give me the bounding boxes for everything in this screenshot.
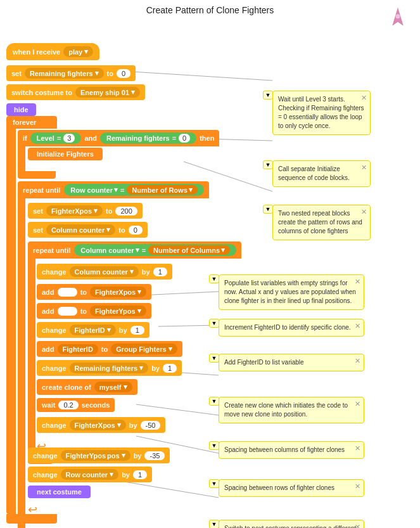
change-ypos-block[interactable]: change FighterYpos pos ▾ by -35 xyxy=(28,448,170,463)
row-counter-dropdown[interactable]: Row counter ▾ xyxy=(70,186,118,194)
close-btn-6[interactable]: ✕ xyxy=(355,356,360,366)
ypos-dd[interactable]: FighterYpos pos ▾ xyxy=(61,450,130,461)
val-0-input[interactable]: 0 xyxy=(117,69,130,78)
forever-bracket xyxy=(6,127,16,514)
val-1-input2[interactable]: 1 xyxy=(130,326,144,335)
collapse-indicator-8[interactable]: ▼ xyxy=(209,441,219,450)
val-neg35-input[interactable]: -35 xyxy=(144,451,165,460)
val-0-input2[interactable]: 0 xyxy=(179,134,190,143)
add-ypos-block[interactable]: add to FighterYpos ▾ xyxy=(37,303,151,319)
if-block[interactable]: if Level = 3 and Remaining fighters = 0 … xyxy=(18,130,219,146)
collapse-indicator-7[interactable]: ▼ xyxy=(209,397,219,406)
val-neg50-input[interactable]: -50 xyxy=(141,421,161,430)
switch-costume-block[interactable]: switch costume to Enemy ship 01 ▾ xyxy=(6,84,145,100)
wait-val-input[interactable]: 0.2 xyxy=(58,401,78,409)
val-200-input[interactable]: 200 xyxy=(115,207,137,216)
comment-box-2: ✕ Call separate Initialize sequence of c… xyxy=(272,160,371,187)
col-counter-dd[interactable]: Column counter ▾ xyxy=(70,266,139,277)
add-fighterId-block[interactable]: add FighterID to Group Fighters ▾ xyxy=(37,341,182,357)
comment-box-1: ✕ Wait until Level 3 starts. Checking if… xyxy=(272,91,371,135)
close-btn-2[interactable]: ✕ xyxy=(361,163,367,172)
collapse-indicator-2[interactable]: ▼ xyxy=(263,160,273,169)
comment-box-5: ✕ Increment FighterID to identify specif… xyxy=(219,319,364,337)
repeat-cols-bracket xyxy=(28,255,35,458)
close-btn-8[interactable]: ✕ xyxy=(355,444,360,453)
comment-box-7: ✕ Create new clone which initiates the c… xyxy=(219,397,364,423)
spaceship-icon xyxy=(388,6,407,29)
fighterYpos-list-dd[interactable]: FighterYpos ▾ xyxy=(90,306,146,316)
if-bracket xyxy=(18,146,25,171)
val-1-input4[interactable]: 1 xyxy=(133,470,147,479)
row-counter-dd[interactable]: Row counter ▾ xyxy=(61,469,119,480)
collapse-indicator-6[interactable]: ▼ xyxy=(209,354,219,363)
xpos-dd[interactable]: FighterXpos ▾ xyxy=(70,420,126,430)
initialize-fighters-block[interactable]: Initialize Fighters xyxy=(28,148,103,160)
close-btn-3[interactable]: ✕ xyxy=(361,207,367,217)
comment-box-9: ✕ Spacing between rows of fighter clones xyxy=(219,479,364,497)
collapse-indicator-9[interactable]: ▼ xyxy=(209,479,219,488)
change-fighterId-block[interactable]: change FighterID ▾ by 1 xyxy=(37,322,150,338)
comment-box-6: ✕ Add FighterID to list variable xyxy=(219,354,364,371)
myself-dd[interactable]: myself ▾ xyxy=(94,382,132,392)
empty-input-2[interactable] xyxy=(58,307,77,316)
row-loop-end-arrow: ↩ xyxy=(28,503,37,517)
val-1-input[interactable]: 1 xyxy=(153,267,167,276)
col-condition: Column counter ▾ = Number of Columns ▾ xyxy=(74,244,236,256)
column-counter-dropdown[interactable]: Column counter ▾ xyxy=(46,224,115,235)
fighterId-oval: FighterID xyxy=(58,344,98,354)
collapse-indicator-5[interactable]: ▼ xyxy=(209,319,219,328)
comment-box-3: ✕ Two nested repeat blocks create the pa… xyxy=(272,205,371,240)
set-remaining-block[interactable]: set Remaining fighters ▾ to 0 xyxy=(6,65,136,81)
play-dropdown[interactable]: play ▾ xyxy=(63,46,93,57)
col-counter-dropdown[interactable]: Column counter ▾ xyxy=(80,246,139,254)
collapse-indicator-1[interactable]: ▼ xyxy=(263,91,273,100)
change-xpos-block[interactable]: change FighterXpos ▾ by -50 xyxy=(37,417,165,433)
close-btn-1[interactable]: ✕ xyxy=(361,93,367,103)
num-rows-dropdown[interactable]: Number of Rows ▾ xyxy=(127,185,197,195)
repeat-cols-block[interactable]: repeat until Column counter ▾ = Number o… xyxy=(28,241,241,259)
change-row-counter-block[interactable]: change Row counter ▾ by 1 xyxy=(28,467,152,482)
next-costume-block[interactable]: next costume xyxy=(28,486,91,498)
change-remaining-block[interactable]: change Remaining fighters ▾ by 1 xyxy=(37,360,182,376)
comment-box-4: ✕ Populate list variables with empty str… xyxy=(219,274,364,310)
close-btn-4[interactable]: ✕ xyxy=(355,277,360,287)
wait-block[interactable]: wait 0.2 seconds xyxy=(37,398,115,412)
page-title: Create Pattern of Clone Fighters xyxy=(0,0,420,18)
if-bracket-bottom xyxy=(18,171,56,179)
hat-label: when I receive xyxy=(13,48,60,56)
fighterxpos-dropdown[interactable]: FighterXpos ▾ xyxy=(46,205,103,216)
val-0-input3[interactable]: 0 xyxy=(129,226,143,235)
fighterId-dd[interactable]: FighterID ▾ xyxy=(70,325,116,335)
val-1-input3[interactable]: 1 xyxy=(163,364,177,373)
forever-block[interactable]: forever xyxy=(6,116,57,129)
enemy-ship-dropdown[interactable]: Enemy ship 01 ▾ xyxy=(75,87,140,98)
collapse-indicator-3[interactable]: ▼ xyxy=(263,205,273,214)
num-cols-dropdown[interactable]: Number of Columns ▾ xyxy=(148,245,230,255)
comment-box-10: ✕ Switch to next costume representing a … xyxy=(219,520,364,528)
hide-block[interactable]: hide xyxy=(6,103,36,116)
set-column-counter-block[interactable]: set Column counter ▾ to 0 xyxy=(28,222,148,238)
close-btn-9[interactable]: ✕ xyxy=(355,482,360,491)
close-btn-10[interactable]: ✕ xyxy=(355,522,360,528)
level-condition: Level = 3 xyxy=(30,132,82,144)
change-col-counter-block[interactable]: change Column counter ▾ by 1 xyxy=(37,264,172,280)
repeat-rows-block[interactable]: repeat until Row counter ▾ = Number of R… xyxy=(18,181,209,198)
close-btn-7[interactable]: ✕ xyxy=(355,399,360,409)
set-xpos-block[interactable]: set FighterXpos ▾ to 200 xyxy=(28,203,143,219)
remaining-condition: Remaining fighters = 0 xyxy=(100,132,196,144)
group-fighters-dd[interactable]: Group Fighters ▾ xyxy=(111,344,177,354)
collapse-indicator-4[interactable]: ▼ xyxy=(209,274,219,283)
remaining-dd[interactable]: Remaining fighters ▾ xyxy=(70,363,149,373)
collapse-indicator-10[interactable]: ▼ xyxy=(209,520,219,528)
add-xpos-block[interactable]: add to FighterXpos ▾ xyxy=(37,284,151,300)
remaining-dropdown[interactable]: Remaining fighters ▾ xyxy=(25,68,104,79)
row-condition: Row counter ▾ = Number of Rows ▾ xyxy=(64,184,203,196)
create-clone-block[interactable]: create clone of myself ▾ xyxy=(37,379,137,395)
hat-block[interactable]: when I receive play ▾ xyxy=(6,43,99,60)
repeat-rows-bracket xyxy=(18,195,25,528)
empty-input-1[interactable] xyxy=(58,288,77,297)
fighterxpos-list-dd[interactable]: FighterXpos ▾ xyxy=(90,287,146,297)
val-3-input[interactable]: 3 xyxy=(63,134,75,143)
close-btn-5[interactable]: ✕ xyxy=(355,321,360,331)
svg-point-2 xyxy=(396,14,400,18)
